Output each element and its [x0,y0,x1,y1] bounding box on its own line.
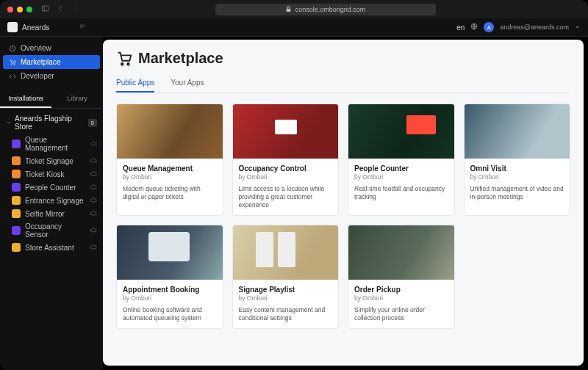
settings-icon[interactable] [79,23,86,32]
nav-developer-label: Developer [21,72,54,80]
app-card[interactable]: Queue Managementby OmboriModern queue ti… [116,104,223,216]
tree-item-label: Selfie Mirror [25,210,65,218]
app-card[interactable]: Order Pickupby OmboriSimplify your onlin… [348,225,455,329]
tree-item[interactable]: Ticket Kiosk [1,167,101,181]
user-email[interactable]: andreas@aneards.com [500,23,569,31]
tree-root[interactable]: Aneards Flagship Store 8 [1,112,101,134]
app-title: Signage Playlist [239,286,333,294]
app-card-body: Queue Managementby OmboriModern queue ti… [117,159,223,207]
tree-item[interactable]: Selfie Mirror [1,207,101,220]
svg-point-6 [11,64,12,65]
app-card-body: Omni Visitby OmboriUnified management of… [465,159,570,207]
sidebar-tab-installations[interactable]: Installations [0,90,51,108]
cloud-icon [90,244,97,251]
app-description: Real-time footfall and occupancy trackin… [354,185,448,201]
app-title: Queue Management [123,164,217,173]
workspace-icon[interactable] [7,22,18,32]
app-thumbnail [348,225,454,280]
app-description: Online booking software and automated qu… [123,306,217,322]
app-description: Unified management of video and in-perso… [470,185,564,201]
tree-item[interactable]: People Counter [1,181,101,194]
tree-root-label: Aneards Flagship Store [15,115,85,131]
app-card[interactable]: People Counterby OmboriReal-time footfal… [348,104,455,216]
app-card-body: People Counterby OmboriReal-time footfal… [348,159,454,207]
app-icon [12,196,21,205]
page-title: Marketplace [116,50,570,67]
tree-item-label: Ticket Signage [25,157,74,165]
tree-item-label: People Counter [25,184,76,192]
app-vendor: by Ombori [354,173,448,181]
app-card[interactable]: Appointment Bookingby OmboriOnline booki… [116,225,223,329]
svg-point-9 [127,62,129,65]
tree-item-label: Store Assistant [25,244,74,252]
avatar[interactable]: A [484,22,494,32]
cloud-icon [90,210,97,217]
app-thumbnail [117,225,223,280]
back-icon[interactable] [57,4,65,14]
app-title: Occupancy Control [239,164,333,173]
sidebar-toggle-icon[interactable] [41,4,49,14]
nav-overview-label: Overview [21,44,51,52]
tree-item-label: Ticket Kiosk [25,170,65,178]
cloud-icon [90,227,97,234]
marketplace-tabs: Public Apps Your Apps [116,74,570,93]
app-card[interactable]: Signage Playlistby OmboriEasy content ma… [232,225,340,329]
app-thumbnail [117,104,223,159]
clock-icon [9,45,16,52]
lock-icon [285,6,292,12]
chevron-down-icon[interactable] [575,23,581,32]
maximize-window-icon[interactable] [26,7,32,12]
cart-icon [116,51,132,67]
minimize-window-icon[interactable] [17,7,23,12]
app-thumbnail [233,225,339,280]
app-icon [12,209,21,218]
cloud-icon [90,170,97,178]
cloud-icon [90,197,97,204]
tree-item-label: Entrance Signage [25,197,84,205]
app-title: Omni Visit [470,164,564,173]
app-card[interactable]: Omni Visitby OmboriUnified management of… [464,104,571,216]
nav-developer[interactable]: Developer [3,69,100,83]
app-vendor: by Ombori [470,173,564,181]
sidebar-tab-library[interactable]: Library [51,90,103,108]
app-vendor: by Ombori [123,173,217,181]
app-description: Limit access to a location while providi… [239,185,333,209]
app-vendor: by Ombori [354,294,448,302]
app-card[interactable]: Occupancy Controlby OmboriLimit access t… [232,104,340,216]
tree-item[interactable]: Occupancy Sensor [1,220,101,241]
nav-marketplace[interactable]: Marketplace [3,55,100,69]
globe-icon[interactable] [470,23,478,32]
tab-public-apps[interactable]: Public Apps [116,74,154,92]
page-title-text: Marketplace [138,50,223,67]
app-title: People Counter [354,164,448,173]
tree-item-label: Queue Management [25,136,86,152]
cloud-icon [90,157,97,164]
app-icon [12,139,21,148]
sidebar-tabs: Installations Library [0,90,103,109]
cart-icon [9,59,16,66]
nav-overview[interactable]: Overview [3,41,100,55]
app-description: Simplify your online order collection pr… [354,306,448,322]
tree-item-label: Occupancy Sensor [25,222,85,239]
nav-marketplace-label: Marketplace [21,58,60,66]
app-thumbnail [233,104,339,159]
forward-icon[interactable] [72,4,80,14]
tree-item[interactable]: Store Assistant [1,241,101,254]
app-card-body: Order Pickupby OmboriSimplify your onlin… [348,280,454,328]
install-tree: Aneards Flagship Store 8 Queue Managemen… [0,109,103,257]
browser-chrome: console.omborigrid.com [0,0,588,18]
tree-count-badge: 8 [88,119,97,127]
language-label[interactable]: en [456,23,465,32]
cloud-icon [90,184,97,191]
sidebar: Overview Marketplace Developer Installat… [0,37,103,370]
tree-item[interactable]: Queue Management [1,134,101,154]
close-window-icon[interactable] [7,7,13,12]
primary-nav: Overview Marketplace Developer [0,37,103,87]
tree-item[interactable]: Ticket Signage [1,154,101,167]
url-bar[interactable]: console.omborigrid.com [215,4,436,15]
tab-your-apps[interactable]: Your Apps [171,74,204,92]
app-grid: Queue Managementby OmboriModern queue ti… [116,104,570,329]
tree-item[interactable]: Entrance Signage [1,194,101,207]
window-controls[interactable] [7,7,32,12]
workspace-name[interactable]: Aneards [22,23,49,32]
